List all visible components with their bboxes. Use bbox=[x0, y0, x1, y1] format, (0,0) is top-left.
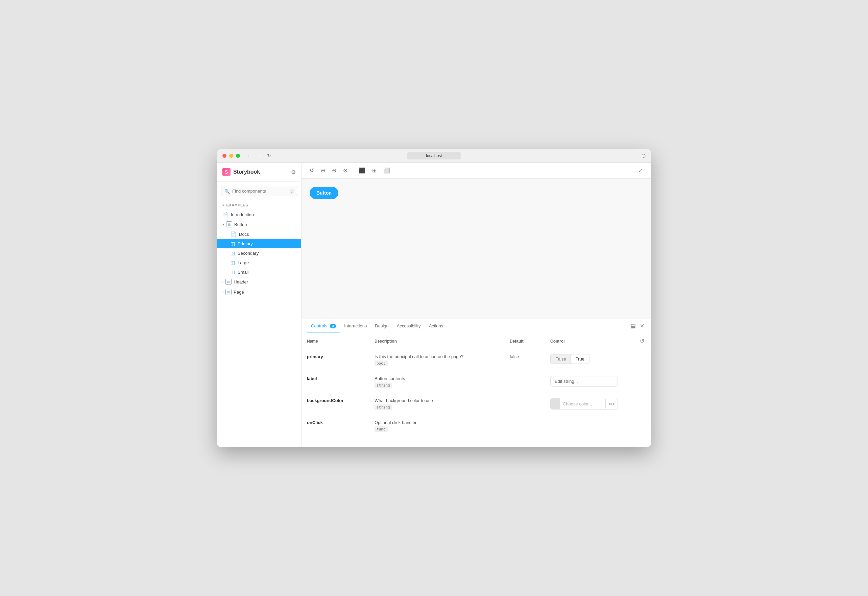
toggle-option-true[interactable]: True bbox=[571, 354, 589, 364]
close-addons-button[interactable]: ✕ bbox=[639, 321, 646, 330]
tab-design[interactable]: Design bbox=[371, 320, 393, 332]
section-chevron-icon: ▾ bbox=[222, 204, 224, 207]
control-name: primary bbox=[301, 350, 369, 371]
browser-nav: ← → ↻ bbox=[245, 152, 272, 159]
toolbar-divider bbox=[353, 167, 353, 174]
sidebar-item-button-large[interactable]: ◫ Large bbox=[217, 258, 301, 267]
zoom-in-button[interactable]: ⊕ bbox=[318, 165, 328, 176]
type-badge: bool bbox=[375, 360, 388, 366]
sidebar-item-page-group[interactable]: › ⊞ Page bbox=[217, 287, 301, 297]
toggle-option-false[interactable]: False bbox=[551, 354, 571, 364]
search-icon: 🔍 bbox=[224, 189, 230, 193]
sidebar-item-button-primary[interactable]: ◫ Primary bbox=[217, 239, 301, 248]
preview-toolbar: ↺ ⊕ ⊖ ⊗ ⬛ ⊞ ⬜ ⤢ bbox=[301, 162, 651, 179]
back-button[interactable]: ← bbox=[245, 152, 253, 159]
nav-item-label: Large bbox=[238, 260, 249, 265]
story-icon: ◫ bbox=[230, 241, 235, 246]
grid-button[interactable]: ⊞ bbox=[369, 165, 379, 176]
search-input[interactable] bbox=[221, 186, 297, 196]
sidebar-item-button-group[interactable]: ▾ ⊞ Button bbox=[217, 219, 301, 229]
color-code-button[interactable]: </> bbox=[605, 399, 617, 409]
main-content: S Storybook ⚙ 🔍 / ▾ EXAMPLES 📄 Introduc bbox=[217, 162, 651, 447]
sidebar-item-introduction[interactable]: 📄 Introduction bbox=[217, 210, 301, 219]
control-default: - bbox=[504, 415, 545, 437]
open-new-tab-button[interactable]: ⤢ bbox=[636, 165, 646, 176]
search-shortcut: / bbox=[290, 189, 294, 193]
right-panel: ↺ ⊕ ⊖ ⊗ ⬛ ⊞ ⬜ ⤢ Button Controls 4 bbox=[301, 162, 651, 447]
control-name: label bbox=[301, 371, 369, 393]
url-bar[interactable]: localhost bbox=[407, 152, 461, 159]
type-badge: func bbox=[375, 426, 388, 432]
preview-button[interactable]: Button bbox=[310, 187, 338, 199]
control-description: Optional click handler func bbox=[369, 415, 504, 437]
minimize-button[interactable] bbox=[229, 154, 233, 158]
app-window: ← → ↻ localhost ⬡ S Storybook ⚙ 🔍 / bbox=[217, 149, 651, 447]
tab-accessibility[interactable]: Accessibility bbox=[393, 320, 425, 332]
sidebar-item-button-secondary[interactable]: ◫ Secondary bbox=[217, 248, 301, 258]
toggle-control: False True bbox=[550, 354, 589, 364]
split-panel-button[interactable]: ⬓ bbox=[629, 321, 637, 330]
external-link-button[interactable]: ⬡ bbox=[642, 153, 646, 158]
col-header-control: Control ↺ bbox=[545, 333, 651, 350]
zoom-reset-button[interactable]: ↺ bbox=[307, 165, 317, 176]
controls-table: Name Description Default Control ↺ bbox=[301, 333, 651, 447]
table-header-row: Name Description Default Control ↺ bbox=[301, 333, 651, 350]
forward-button[interactable]: → bbox=[255, 152, 263, 159]
nav-section-examples: ▾ EXAMPLES 📄 Introduction ▾ ⊞ Button 📄 bbox=[217, 201, 301, 300]
search-bar: 🔍 / bbox=[221, 186, 297, 196]
control-name: backgroundColor bbox=[301, 393, 369, 415]
addons-tabs: Controls 4 Interactions Design Accessibi… bbox=[301, 319, 651, 333]
controls-data-table: Name Description Default Control ↺ bbox=[301, 333, 651, 437]
addons-panel: Controls 4 Interactions Design Accessibi… bbox=[301, 319, 651, 447]
col-header-name: Name bbox=[301, 333, 369, 350]
viewport-button[interactable]: ⬛ bbox=[356, 165, 368, 176]
maximize-button[interactable] bbox=[236, 154, 240, 158]
control-default: - bbox=[504, 371, 545, 393]
sidebar-item-button-small[interactable]: ◫ Small bbox=[217, 267, 301, 277]
nav-item-label: Introduction bbox=[231, 212, 254, 217]
color-swatch[interactable] bbox=[551, 398, 560, 409]
control-name: onClick bbox=[301, 415, 369, 437]
nav-item-label: Header bbox=[233, 279, 248, 285]
sidebar-item-button-docs[interactable]: 📄 Docs bbox=[217, 229, 301, 239]
string-control bbox=[550, 376, 646, 387]
sidebar: S Storybook ⚙ 🔍 / ▾ EXAMPLES 📄 Introduc bbox=[217, 162, 301, 447]
story-icon: ◫ bbox=[230, 269, 235, 275]
control-description: Is this the principal call to action on … bbox=[369, 350, 504, 371]
doc-icon: 📄 bbox=[222, 212, 228, 217]
settings-button[interactable]: ⚙ bbox=[291, 169, 296, 176]
brand-name: Storybook bbox=[233, 169, 260, 175]
string-input[interactable] bbox=[550, 376, 618, 387]
tab-controls[interactable]: Controls 4 bbox=[307, 320, 340, 332]
control-input bbox=[545, 371, 651, 393]
tab-actions[interactable]: Actions bbox=[425, 320, 447, 332]
story-icon: ◫ bbox=[230, 250, 235, 256]
story-icon: ◫ bbox=[230, 260, 235, 265]
refresh-button[interactable]: ↻ bbox=[266, 152, 272, 159]
outline-button[interactable]: ⬜ bbox=[381, 165, 393, 176]
sidebar-header: S Storybook ⚙ bbox=[217, 162, 301, 182]
nav-item-label: Docs bbox=[239, 232, 249, 237]
type-badge: string bbox=[375, 382, 392, 388]
control-default: false bbox=[504, 350, 545, 371]
sidebar-item-header-group[interactable]: › ⊞ Header bbox=[217, 277, 301, 287]
titlebar: ← → ↻ localhost ⬡ bbox=[217, 149, 651, 162]
preview-area: Button bbox=[301, 179, 651, 319]
titlebar-right: ⬡ bbox=[642, 153, 646, 158]
url-bar-container: localhost bbox=[407, 152, 461, 159]
close-button[interactable] bbox=[222, 154, 226, 158]
nav-item-label: Button bbox=[234, 222, 247, 227]
zoom-out-button[interactable]: ⊖ bbox=[329, 165, 339, 176]
nav-item-label: Page bbox=[233, 289, 244, 295]
table-row: onClick Optional click handler func - - bbox=[301, 415, 651, 437]
control-input: - bbox=[545, 415, 651, 437]
addons-actions: ⬓ ✕ bbox=[629, 321, 646, 330]
group-icon: ⊞ bbox=[226, 289, 232, 295]
reset-controls-button[interactable]: ↺ bbox=[639, 336, 646, 346]
zoom-search-button[interactable]: ⊗ bbox=[340, 165, 350, 176]
group-icon: ⊞ bbox=[226, 221, 232, 227]
chevron-right-icon: › bbox=[222, 290, 223, 294]
tab-interactions[interactable]: Interactions bbox=[340, 320, 371, 332]
chevron-right-icon: › bbox=[222, 280, 223, 284]
nav-item-label: Primary bbox=[238, 241, 253, 246]
